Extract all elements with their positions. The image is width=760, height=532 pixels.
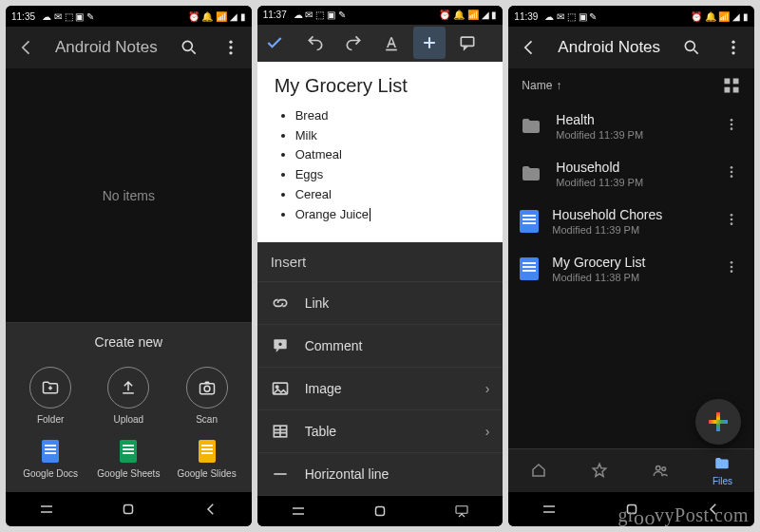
sheet-item-google-slides[interactable]: Google Slides	[169, 434, 243, 484]
home-icon[interactable]	[370, 502, 390, 521]
document-canvas[interactable]: My Grocery List BreadMilkOatmealEggsCere…	[257, 62, 504, 242]
status-tray-icons: ☁ ✉ ⬚ ▣ ✎	[42, 11, 94, 22]
tab-shared[interactable]	[652, 462, 669, 481]
insert-image[interactable]: Image›	[257, 368, 504, 410]
plus-multicolor-icon	[709, 412, 728, 431]
back-icon[interactable]	[13, 34, 40, 61]
view-grid-icon[interactable]	[722, 76, 741, 95]
svg-point-30	[731, 171, 733, 174]
undo-icon[interactable]	[299, 27, 332, 59]
svg-point-33	[731, 218, 733, 221]
folder-icon	[713, 455, 731, 474]
svg-point-34	[731, 222, 733, 225]
svg-rect-8	[461, 37, 473, 46]
doc-bullet-list[interactable]: BreadMilkOatmealEggsCerealOrange Juice	[275, 106, 486, 225]
keyboard-hide-icon[interactable]	[452, 502, 471, 521]
tab-label: Files	[712, 476, 732, 486]
file-row[interactable]: HouseholdModified 11:39 PM	[508, 150, 754, 198]
watermark: groovyPost.com	[618, 504, 749, 526]
overflow-icon[interactable]	[218, 34, 244, 61]
back-icon[interactable]	[516, 34, 542, 61]
svg-point-32	[731, 214, 733, 217]
svg-rect-23	[733, 79, 739, 85]
overflow-icon[interactable]	[720, 34, 747, 61]
sort-row[interactable]: Name ↑	[508, 68, 754, 103]
search-icon[interactable]	[176, 34, 202, 61]
camera-icon	[186, 367, 228, 408]
docs-icon	[42, 440, 59, 463]
file-overflow-icon[interactable]	[720, 164, 743, 183]
empty-state-text: No items	[6, 68, 252, 322]
sheet-item-folder[interactable]: Folder	[13, 361, 87, 430]
file-overflow-icon[interactable]	[720, 259, 743, 278]
recents-icon[interactable]	[37, 500, 56, 519]
text-cursor	[370, 208, 370, 221]
redo-icon[interactable]	[337, 27, 370, 59]
doc-list-item[interactable]: Orange Juice	[295, 205, 486, 225]
file-row[interactable]: My Grocery ListModified 11:38 PM	[508, 245, 754, 293]
status-right-icons: ⏰ 🔔 📶 ◢ ▮	[188, 11, 246, 22]
sheet-item-google-sheets[interactable]: Google Sheets	[91, 434, 165, 484]
doc-list-item[interactable]: Oatmeal	[295, 145, 486, 165]
sheet-item-label: Google Docs	[23, 468, 78, 479]
sheet-item-label: Google Sheets	[97, 468, 160, 479]
svg-point-0	[182, 41, 192, 50]
svg-point-39	[662, 466, 666, 470]
done-icon[interactable]	[265, 29, 284, 56]
search-icon[interactable]	[678, 34, 705, 61]
svg-rect-22	[725, 79, 731, 85]
comment-mode-icon[interactable]	[451, 27, 484, 59]
status-bar: 11:39 ☁ ✉ ⬚ ▣ ✎ ⏰ 🔔 📶 ◢ ▮	[508, 6, 754, 27]
app-bar: Android Notes	[508, 27, 754, 68]
sheet-item-label: Google Slides	[177, 468, 236, 479]
fab-new[interactable]	[695, 399, 741, 445]
insert-panel: Insert LinkCommentImage›Table›Horizontal…	[257, 242, 504, 496]
status-clock: 11:39	[514, 11, 538, 22]
file-name: Health	[556, 112, 707, 127]
doc-list-item[interactable]: Eggs	[295, 165, 486, 185]
overflow-icon[interactable]	[489, 27, 504, 59]
file-subtitle: Modified 11:38 PM	[552, 272, 707, 283]
sheet-item-upload[interactable]: Upload	[91, 361, 165, 430]
tab-files[interactable]: Files	[712, 455, 732, 486]
sheet-item-label: Folder	[37, 414, 64, 425]
file-overflow-icon[interactable]	[720, 212, 743, 231]
sheet-item-scan[interactable]: Scan	[169, 361, 243, 430]
svg-point-18	[685, 41, 694, 50]
sheet-item-google-docs[interactable]: Google Docs	[13, 434, 87, 484]
doc-list-item[interactable]: Bread	[295, 106, 486, 126]
tab-starred[interactable]	[591, 462, 608, 481]
status-bar: 11:35 ☁ ✉ ⬚ ▣ ✎ ⏰ 🔔 📶 ◢ ▮	[6, 6, 252, 27]
app-title: Android Notes	[558, 38, 663, 57]
table-icon	[271, 422, 290, 441]
insert-comment[interactable]: Comment	[257, 325, 504, 368]
file-row[interactable]: HealthModified 11:39 PM	[508, 103, 754, 150]
doc-list-item[interactable]: Cereal	[295, 185, 486, 205]
recents-icon[interactable]	[540, 500, 559, 519]
comment-icon	[271, 336, 290, 355]
tab-home[interactable]	[530, 462, 547, 481]
file-name: Household Chores	[552, 207, 707, 222]
back-nav-icon[interactable]	[201, 500, 220, 519]
insert-table[interactable]: Table›	[257, 410, 504, 453]
bottom-tab-bar: Files	[508, 448, 754, 492]
svg-point-37	[731, 270, 733, 273]
home-icon	[530, 462, 547, 481]
file-row[interactable]: Household ChoresModified 11:39 PM	[508, 198, 754, 245]
recents-icon[interactable]	[289, 502, 308, 521]
svg-rect-24	[725, 87, 731, 93]
home-icon[interactable]	[119, 500, 138, 519]
insert-horizontal-line[interactable]: Horizontal line	[257, 453, 504, 496]
text-format-icon[interactable]	[375, 27, 408, 59]
folder-icon	[520, 115, 542, 138]
status-tray-icons: ☁ ✉ ⬚ ▣ ✎	[294, 10, 346, 20]
insert-row-label: Image	[305, 381, 342, 396]
doc-title[interactable]: My Grocery List	[275, 75, 486, 97]
svg-point-27	[731, 124, 733, 126]
insert-link[interactable]: Link	[257, 282, 504, 325]
docs-icon	[520, 257, 539, 280]
file-overflow-icon[interactable]	[720, 117, 743, 136]
insert-icon[interactable]	[413, 27, 446, 59]
doc-list-item[interactable]: Milk	[295, 126, 486, 146]
chevron-right-icon: ›	[485, 381, 490, 396]
